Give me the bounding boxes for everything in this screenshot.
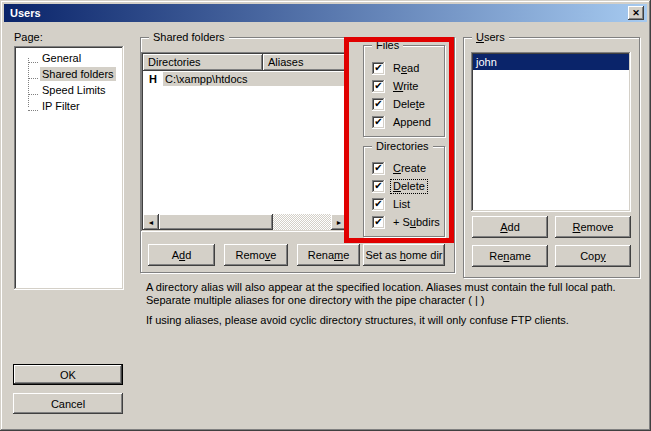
directories-group-label: Directories <box>372 140 433 152</box>
check-icon: ✔ <box>374 181 382 191</box>
horizontal-scrollbar[interactable]: ◄ ► <box>143 214 347 230</box>
alias-note-2: If using aliases, please avoid cyclic di… <box>146 314 646 327</box>
remove-folder-button[interactable]: Remove <box>224 244 288 266</box>
files-group: Files ✔ Read ✔ Write ✔ Delete ✔ Append <box>363 45 445 137</box>
checkbox-dirs-create[interactable]: ✔ Create <box>372 161 428 175</box>
page-tree: General Shared folders Speed Limits IP F… <box>14 46 124 290</box>
checkbox-files-write[interactable]: ✔ Write <box>372 79 420 93</box>
checkbox-dirs-list[interactable]: ✔ List <box>372 197 412 211</box>
directory-cell: C:\xampp\htdocs <box>163 72 347 86</box>
cancel-button[interactable]: Cancel <box>13 393 123 414</box>
column-header-aliases[interactable]: Aliases <box>263 54 347 71</box>
checkbox-box[interactable]: ✔ <box>372 216 385 229</box>
checkbox-dirs-subdirs[interactable]: ✔ + Subdirs <box>372 215 442 229</box>
checkbox-dirs-delete[interactable]: ✔ Delete <box>372 179 427 193</box>
checkbox-box[interactable]: ✔ <box>372 80 385 93</box>
tree-stub-icon <box>28 86 38 95</box>
checkbox-box[interactable]: ✔ <box>372 162 385 175</box>
set-as-home-dir-button[interactable]: Set as home dir <box>363 244 445 266</box>
users-list: john <box>471 52 631 212</box>
copy-user-button[interactable]: Copy <box>555 245 631 267</box>
files-group-label: Files <box>372 39 403 51</box>
checkbox-box[interactable]: ✔ <box>372 198 385 211</box>
page-item-general[interactable]: General <box>16 50 122 66</box>
check-icon: ✔ <box>374 217 382 227</box>
page-label: Page: <box>14 31 43 43</box>
check-icon: ✔ <box>374 63 382 73</box>
column-header-directories[interactable]: Directories <box>143 54 263 71</box>
check-icon: ✔ <box>374 199 382 209</box>
directories-group: Directories ✔ Create ✔ Delete ✔ List ✔ +… <box>363 146 445 237</box>
scroll-left-button[interactable]: ◄ <box>143 214 159 230</box>
scroll-right-button[interactable]: ► <box>331 214 347 230</box>
checkbox-files-read[interactable]: ✔ Read <box>372 61 421 75</box>
check-icon: ✔ <box>374 117 382 127</box>
page-item-speed-limits[interactable]: Speed Limits <box>16 82 122 98</box>
shared-folders-list: Directories Aliases H C:\xampp\htdocs ◄ … <box>141 52 349 232</box>
check-icon: ✔ <box>374 99 382 109</box>
shared-folder-row[interactable]: H C:\xampp\htdocs <box>143 71 347 87</box>
page-item-shared-folders[interactable]: Shared folders <box>16 66 122 82</box>
checkbox-box[interactable]: ✔ <box>372 180 385 193</box>
rename-folder-button[interactable]: Rename <box>297 244 360 266</box>
add-folder-button[interactable]: Add <box>148 244 215 266</box>
checkbox-box[interactable]: ✔ <box>372 116 385 129</box>
add-user-button[interactable]: Add <box>472 216 548 238</box>
checkbox-box[interactable]: ✔ <box>372 62 385 75</box>
check-icon: ✔ <box>374 81 382 91</box>
checkbox-files-delete[interactable]: ✔ Delete <box>372 97 427 111</box>
title-bar: Users <box>4 4 647 22</box>
close-icon: ✕ <box>632 7 640 19</box>
rename-user-button[interactable]: Rename <box>472 245 548 267</box>
users-group-label: Users <box>472 31 509 43</box>
shared-folders-group-label: Shared folders <box>149 31 229 43</box>
scroll-right-icon: ► <box>336 219 343 226</box>
alias-notes: A directory alias will also appear at th… <box>146 281 646 327</box>
scrollbar-thumb[interactable] <box>159 214 273 230</box>
user-item-john[interactable]: john <box>473 54 629 70</box>
users-dialog: Users ✕ Page: General Shared folders Spe… <box>0 0 651 431</box>
remove-user-button[interactable]: Remove <box>555 216 631 238</box>
tree-stub-icon <box>28 54 38 63</box>
checkbox-box[interactable]: ✔ <box>372 98 385 111</box>
alias-note-1: A directory alias will also appear at th… <box>146 281 646 307</box>
checkbox-files-append[interactable]: ✔ Append <box>372 115 433 129</box>
page-item-ip-filter[interactable]: IP Filter <box>16 98 122 114</box>
tree-stub-icon <box>28 102 38 111</box>
check-icon: ✔ <box>374 163 382 173</box>
home-marker: H <box>143 73 163 85</box>
close-button[interactable]: ✕ <box>628 6 644 20</box>
ok-button[interactable]: OK <box>13 364 123 385</box>
scroll-left-icon: ◄ <box>148 219 155 226</box>
window-title: Users <box>10 7 41 19</box>
tree-stub-icon <box>28 70 38 79</box>
list-header: Directories Aliases <box>143 54 347 71</box>
